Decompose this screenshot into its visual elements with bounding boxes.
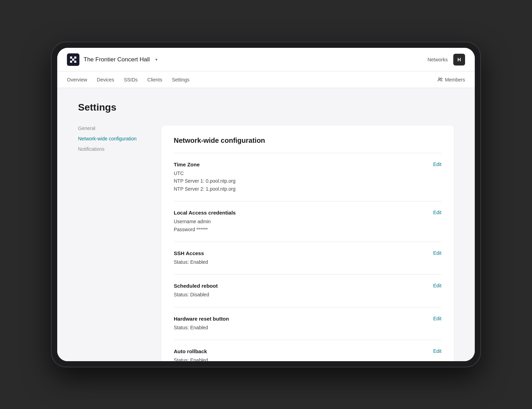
- org-dropdown-arrow[interactable]: ▾: [155, 57, 157, 62]
- content-layout: General Network-wide configuration Notif…: [78, 125, 454, 361]
- config-row-auto-rollback: Auto rollback Status: Enabled Edit: [174, 340, 441, 361]
- logo-area: The Frontier Concert Hall ▾: [67, 53, 428, 66]
- sub-nav: Overview Devices SSIDs Clients Settings …: [57, 71, 475, 88]
- section-title: Network-wide configuration: [174, 137, 441, 145]
- config-label-local-access: Local Access credentials: [174, 210, 425, 216]
- config-value-local-access: Username adminPassword ******: [174, 218, 425, 233]
- main-content: Settings General Network-wide configurat…: [57, 88, 475, 361]
- svg-point-6: [441, 78, 442, 79]
- edit-hardware-reset-button[interactable]: Edit: [433, 316, 441, 321]
- page-title: Settings: [78, 102, 454, 113]
- members-button[interactable]: Members: [437, 77, 465, 82]
- edit-auto-rollback-button[interactable]: Edit: [433, 348, 441, 354]
- sub-nav-devices[interactable]: Devices: [97, 76, 114, 84]
- config-value-auto-rollback: Status: Enabled: [174, 356, 425, 361]
- edit-timezone-button[interactable]: Edit: [433, 162, 441, 167]
- config-info-scheduled-reboot: Scheduled reboot Status: Disabled: [174, 283, 425, 298]
- settings-content: Network-wide configuration Time Zone UTC…: [161, 125, 454, 361]
- config-info-timezone: Time Zone UTCNTP Server 1: 0.pool.ntp.or…: [174, 162, 425, 193]
- config-row-scheduled-reboot: Scheduled reboot Status: Disabled Edit: [174, 274, 441, 307]
- sub-nav-links: Overview Devices SSIDs Clients Settings: [67, 76, 437, 84]
- user-avatar[interactable]: H: [453, 54, 465, 66]
- edit-scheduled-reboot-button[interactable]: Edit: [433, 283, 441, 288]
- config-info-local-access: Local Access credentials Username adminP…: [174, 210, 425, 233]
- config-value-timezone: UTCNTP Server 1: 0.pool.ntp.orgNTP Serve…: [174, 169, 425, 193]
- config-label-hardware-reset: Hardware reset button: [174, 316, 425, 322]
- top-bar-right: Networks H: [428, 54, 465, 66]
- edit-local-access-button[interactable]: Edit: [433, 210, 441, 215]
- config-row-ssh: SSH Access Status: Enabled Edit: [174, 242, 441, 274]
- sub-nav-ssids[interactable]: SSIDs: [124, 76, 138, 84]
- config-row-hardware-reset: Hardware reset button Status: Enabled Ed…: [174, 307, 441, 340]
- config-label-ssh: SSH Access: [174, 250, 425, 256]
- config-row-local-access: Local Access credentials Username adminP…: [174, 201, 441, 242]
- app-logo-icon: [67, 53, 79, 66]
- svg-rect-3: [72, 59, 74, 61]
- svg-rect-0: [70, 56, 72, 59]
- svg-rect-4: [74, 61, 76, 63]
- sub-nav-settings[interactable]: Settings: [172, 76, 190, 84]
- svg-rect-2: [70, 61, 72, 63]
- sidebar-notifications[interactable]: Notifications: [78, 146, 140, 152]
- org-name: The Frontier Concert Hall: [84, 56, 150, 63]
- sub-nav-clients[interactable]: Clients: [147, 76, 162, 84]
- edit-ssh-button[interactable]: Edit: [433, 250, 441, 256]
- config-info-ssh: SSH Access Status: Enabled: [174, 250, 425, 266]
- members-label: Members: [445, 77, 465, 82]
- config-info-hardware-reset: Hardware reset button Status: Enabled: [174, 316, 425, 331]
- config-row-timezone: Time Zone UTCNTP Server 1: 0.pool.ntp.or…: [174, 153, 441, 201]
- config-label-scheduled-reboot: Scheduled reboot: [174, 283, 425, 289]
- svg-rect-1: [74, 56, 76, 59]
- sidebar-general[interactable]: General: [78, 125, 140, 131]
- config-label-auto-rollback: Auto rollback: [174, 348, 425, 354]
- sidebar-network-wide[interactable]: Network-wide configuration: [78, 136, 140, 141]
- settings-sidebar: General Network-wide configuration Notif…: [78, 125, 140, 361]
- svg-point-5: [438, 78, 440, 79]
- networks-link[interactable]: Networks: [428, 57, 448, 62]
- config-label-timezone: Time Zone: [174, 162, 425, 167]
- config-info-auto-rollback: Auto rollback Status: Enabled: [174, 348, 425, 361]
- top-bar: The Frontier Concert Hall ▾ Networks H: [57, 48, 475, 71]
- config-value-scheduled-reboot: Status: Disabled: [174, 291, 425, 298]
- sub-nav-overview[interactable]: Overview: [67, 76, 87, 84]
- config-value-hardware-reset: Status: Enabled: [174, 324, 425, 331]
- members-icon: [437, 77, 443, 82]
- config-value-ssh: Status: Enabled: [174, 258, 425, 266]
